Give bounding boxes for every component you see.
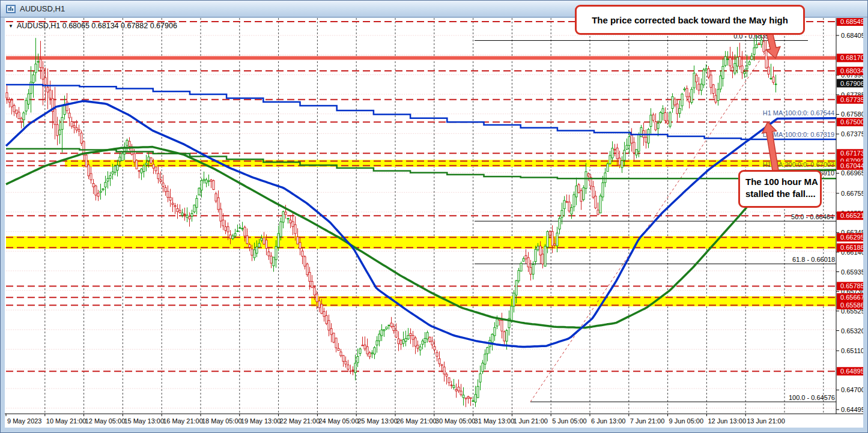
price-tick-label: 0.68405 — [841, 32, 863, 39]
price-line-axis-label: 0.68549 — [840, 18, 863, 25]
annotation-text: The price corrected back toward the May … — [592, 15, 788, 25]
time-scale[interactable]: 9 May 202310 May 21:0012 May 05:0015 May… — [5, 414, 863, 428]
price-line-axis-label: 0.68170 — [840, 54, 863, 61]
price-line-axis-label: 0.66521 — [840, 212, 863, 219]
price-tick-label: 0.67580 — [841, 111, 863, 118]
time-tick-label: 31 May 13:00 — [475, 417, 515, 425]
price-line-axis-label: 0.65586 — [840, 301, 863, 309]
time-tick-label: 6 Jun 13:00 — [591, 417, 626, 425]
time-tick-label: 26 May 21:00 — [396, 417, 437, 425]
price-line-axis-label: 0.64895 — [840, 368, 863, 375]
time-tick-label: 1 Jun 21:00 — [513, 417, 548, 425]
annotation-box-may-high[interactable]: The price corrected back toward the May … — [575, 5, 805, 35]
chart-icon — [6, 5, 16, 13]
fib-level-label: 50.0 - 0.66464 — [791, 213, 834, 220]
price-tick-label: 0.66755 — [841, 190, 863, 197]
price-line-axis-label: 0.67173 — [840, 150, 863, 157]
fib-level-label: 100.0 - 0.64576 — [789, 394, 835, 401]
price-tick-label: 0.66965 — [841, 169, 863, 177]
ma-value-label: H1 MA:100:0:0: 0.67544 — [763, 109, 834, 117]
annotation-text-line2: stalled the fall.... — [745, 188, 820, 200]
price-tick-label: 0.65110 — [841, 347, 863, 354]
window-title: AUDUSD,H1 — [20, 4, 65, 13]
price-chart-canvas[interactable]: 0.0 - 0.6835250.0 - 0.6646461.8 - 0.6601… — [0, 18, 863, 433]
annotation-text-line1: The 100 hour MA — [745, 176, 820, 188]
time-tick-label: 7 Jun 21:00 — [630, 417, 665, 425]
time-tick-label: 13 Jun 21:00 — [747, 417, 785, 425]
current-price-label: 0.67906 — [840, 80, 863, 87]
price-line-axis-label: 0.67735 — [840, 96, 863, 103]
time-tick-label: 22 May 21:00 — [280, 417, 320, 425]
ohlc-info-text: AUDUSD,H1 0.68065 0.68134 0.67882 0.6790… — [17, 22, 177, 30]
price-tick-label: 0.65935 — [841, 268, 863, 276]
fib-level-label: 61.8 - 0.66018 — [792, 256, 835, 263]
price-line-axis-label: 0.65785 — [840, 282, 863, 289]
time-tick-label: 25 May 13:00 — [357, 417, 398, 425]
time-tick-label: 15 May 13:00 — [124, 417, 164, 425]
price-line-axis-label: 0.67044 — [840, 162, 863, 169]
time-tick-label: 5 Jun 05:00 — [552, 417, 587, 425]
price-line-axis-label: 0.68034 — [840, 67, 863, 74]
price-tick-label: 0.64495 — [841, 406, 863, 413]
time-tick-label: 19 May 13:00 — [241, 417, 281, 425]
price-line-axis-label: 0.67500 — [840, 118, 863, 126]
price-tick-label: 0.65320 — [841, 327, 863, 335]
price-line-axis-label: 0.65667 — [840, 294, 863, 301]
time-tick-label: 9 May 2023 — [7, 417, 41, 425]
time-tick-label: 12 Jun 13:00 — [708, 417, 746, 425]
annotation-box-100ma[interactable]: The 100 hour MA stalled the fall.... — [738, 170, 822, 208]
ohlc-info-bar: ▼AUDUSD,H1 0.68065 0.68134 0.67882 0.679… — [8, 22, 177, 30]
time-tick-label: 24 May 05:00 — [318, 417, 359, 425]
price-line-axis-label: 0.66188 — [840, 244, 863, 251]
time-tick-label: 9 Jun 05:00 — [669, 417, 704, 425]
time-tick-label: 10 May 21:00 — [46, 417, 86, 425]
price-tick-label: 0.67375 — [841, 130, 863, 138]
price-line-axis-label: 0.66295 — [840, 234, 863, 241]
symbol-dropdown-icon[interactable]: ▼ — [8, 23, 13, 29]
time-tick-label: 12 May 05:00 — [85, 417, 126, 425]
time-tick-label: 30 May 05:00 — [436, 417, 476, 425]
price-scale[interactable]: 0.684050.679900.677850.675800.673750.669… — [836, 18, 863, 428]
time-tick-label: 16 May 21:00 — [163, 417, 203, 425]
time-tick-label: 18 May 05:00 — [202, 417, 242, 425]
price-tick-label: 0.64700 — [841, 386, 863, 393]
